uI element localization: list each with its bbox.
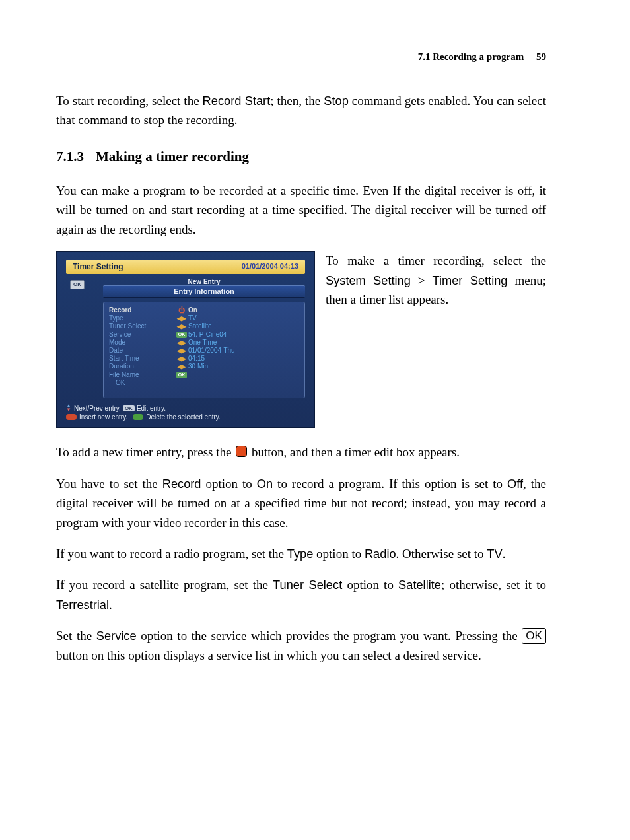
ui-term-on: On xyxy=(257,477,273,491)
foot-text: Edit entry. xyxy=(137,405,166,412)
section-number: 7.1.3 xyxy=(56,149,96,165)
text: button on this option displays a service… xyxy=(56,648,481,662)
ui-term-off: Off xyxy=(507,477,523,491)
timer-setting-screenshot: Timer Setting 01/01/2004 04:13 OK New En… xyxy=(56,251,315,428)
power-icon: ⏻ xyxy=(175,306,188,314)
section-heading: 7.1.3 Making a timer recording xyxy=(56,149,546,165)
val-tuner: Satellite xyxy=(188,322,299,330)
ui-term-tv: TV xyxy=(487,547,502,561)
ui-term-timer-setting: Timer Setting xyxy=(433,273,508,287)
val-type: TV xyxy=(188,314,299,322)
row-type: Type ◀▶ TV xyxy=(109,314,299,322)
row-mode: Mode ◀▶ One Time xyxy=(109,339,299,347)
arrows-icon: ◀▶ xyxy=(175,339,188,347)
shot-clock: 01/01/2004 04:13 xyxy=(242,262,298,271)
red-button-icon xyxy=(66,414,77,420)
ok-badge-icon: OK xyxy=(70,280,85,289)
ui-term-system-setting: System Setting xyxy=(326,273,411,287)
text: You have to set the xyxy=(56,477,162,491)
label-date: Date xyxy=(109,347,175,355)
intro-paragraph: To start recording, select the Record St… xyxy=(56,91,546,130)
label-start: Start Time xyxy=(109,355,175,363)
text: Set the xyxy=(56,629,96,643)
entry-info-table: Record ⏻ On Type ◀▶ TV Tuner Select ◀▶ xyxy=(109,306,299,387)
ok-icon: OK xyxy=(175,370,188,379)
text: option to xyxy=(342,578,398,592)
figure-row: Timer Setting 01/01/2004 04:13 OK New En… xyxy=(56,251,546,428)
shot-panel: Record ⏻ On Type ◀▶ TV Tuner Select ◀▶ xyxy=(103,302,305,398)
text: To add a new timer entry, press the xyxy=(56,445,234,459)
row-filename: File Name OK xyxy=(109,370,299,379)
foot-line-2: Insert new entry. Delete the selected en… xyxy=(66,413,305,421)
paragraph-7: Set the Service option to the service wh… xyxy=(56,626,546,665)
text: ; then, the xyxy=(270,94,324,108)
text: If you record a satellite program, set t… xyxy=(56,578,273,592)
text: If you want to record a radio program, s… xyxy=(56,547,287,561)
text: To make a timer recording, select the xyxy=(326,254,546,267)
paragraph-1: You can make a program to be recorded at… xyxy=(56,181,546,239)
shot-titlebar: Timer Setting 01/01/2004 04:13 xyxy=(66,260,305,274)
foot-text: Next/Prev entry. xyxy=(74,405,121,412)
row-start: Start Time ◀▶ 04:15 xyxy=(109,355,299,363)
text: . Otherwise set to xyxy=(396,547,487,561)
val-service: 54. P-Cine04 xyxy=(188,330,299,339)
ui-term-type: Type xyxy=(287,547,314,561)
arrows-icon: ◀▶ xyxy=(175,355,188,363)
row-tuner: Tuner Select ◀▶ Satellite xyxy=(109,322,299,330)
paragraph-4: You have to set the Record option to On … xyxy=(56,474,546,532)
row-date: Date ◀▶ 01/01/2004-Thu xyxy=(109,347,299,355)
arrows-icon: ◀▶ xyxy=(175,347,188,355)
page-number: 59 xyxy=(536,52,546,62)
updown-arrows-icon: ▲▼ xyxy=(66,404,71,412)
foot-text: Insert new entry. xyxy=(79,413,127,421)
foot-text: Delete the selected entry. xyxy=(146,413,221,421)
label-mode: Mode xyxy=(109,339,175,347)
green-button-icon xyxy=(133,414,143,420)
ui-term-stop: Stop xyxy=(324,94,349,108)
ui-term-record: Record xyxy=(162,477,201,491)
row-duration: Duration ◀▶ 30 Min xyxy=(109,363,299,370)
running-head: 7.1 Recording a program 59 xyxy=(56,52,546,67)
paragraph-6: If you record a satellite program, set t… xyxy=(56,575,546,614)
ok-key-icon: OK xyxy=(522,628,546,643)
text: . xyxy=(503,547,506,561)
arrows-icon: ◀▶ xyxy=(175,322,188,330)
label-duration: Duration xyxy=(109,363,175,370)
ui-term-service: Service xyxy=(96,629,137,643)
label-ok: OK xyxy=(109,379,175,387)
ui-term-terrestrial: Terrestrial xyxy=(56,598,109,612)
ok-icon: OK xyxy=(175,330,188,339)
arrows-icon: ◀▶ xyxy=(175,363,188,370)
row-record: Record ⏻ On xyxy=(109,306,299,314)
arrows-icon: ◀▶ xyxy=(175,314,188,322)
running-title: 7.1 Recording a program xyxy=(418,52,524,62)
val-duration: 30 Min xyxy=(188,363,299,370)
shot-footer: ▲▼ Next/Prev entry. OK Edit entry. Inser… xyxy=(66,403,305,421)
shot-title: Timer Setting xyxy=(73,262,123,271)
shot-new-entry-label: New Entry xyxy=(103,278,305,285)
val-record: On xyxy=(188,306,299,314)
red-button-icon xyxy=(236,446,247,457)
text: . xyxy=(109,598,112,612)
label-service: Service xyxy=(109,330,175,339)
ui-term-satellite: Satellite xyxy=(398,578,441,592)
figure: Timer Setting 01/01/2004 04:13 OK New En… xyxy=(56,251,315,428)
shot-subhead: Entry Information xyxy=(103,285,305,298)
label-filename: File Name xyxy=(109,370,175,379)
text: To start recording, select the xyxy=(56,94,203,108)
row-service: Service OK 54. P-Cine04 xyxy=(109,330,299,339)
paragraph-3: To add a new timer entry, press the butt… xyxy=(56,442,546,462)
label-type: Type xyxy=(109,314,175,322)
text: > xyxy=(411,273,433,287)
val-mode: One Time xyxy=(188,339,299,347)
text: option to xyxy=(201,477,257,491)
section-title: Making a timer recording xyxy=(96,149,249,165)
text: button, and then a timer edit box appear… xyxy=(248,445,460,459)
text: ; otherwise, set it to xyxy=(441,578,546,592)
val-start: 04:15 xyxy=(188,355,299,363)
text: to record a program. If this option is s… xyxy=(273,477,507,491)
val-filename xyxy=(188,370,299,379)
wrap-paragraph: To make a timer recording, select the Sy… xyxy=(326,251,546,309)
label-tuner: Tuner Select xyxy=(109,322,175,330)
text: option to the service which provides the… xyxy=(137,629,522,643)
